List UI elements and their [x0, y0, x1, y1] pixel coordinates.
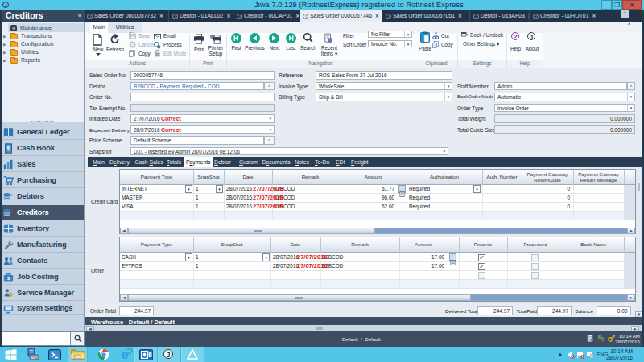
svg-text:$: $ — [7, 145, 10, 152]
